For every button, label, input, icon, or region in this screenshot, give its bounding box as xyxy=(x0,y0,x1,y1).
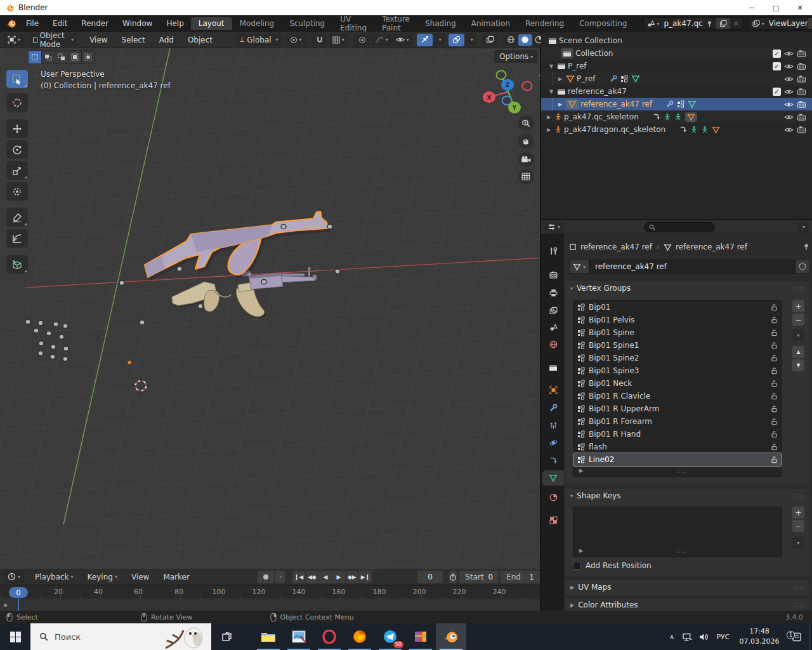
list-resize-grip[interactable]: :::: xyxy=(676,468,686,474)
shape-key-remove-button[interactable]: − xyxy=(792,520,804,532)
render-camera-icon[interactable] xyxy=(797,113,806,121)
gizmos-toggle[interactable] xyxy=(417,34,433,46)
vertex-group-add-button[interactable]: + xyxy=(792,300,804,312)
shading-solid-button[interactable] xyxy=(518,34,532,46)
taskbar-app-photos[interactable] xyxy=(284,623,314,650)
vertex-group-row[interactable]: Bip01 Pelvis xyxy=(573,314,782,326)
playhead-line[interactable] xyxy=(18,599,19,611)
hide-eye-icon[interactable] xyxy=(784,63,794,70)
object-visibility-selector[interactable]: ▾ xyxy=(392,34,413,46)
pose-icon[interactable] xyxy=(664,113,671,121)
editor-type-properties-button[interactable]: ▾ xyxy=(544,222,564,233)
workspace-tab-rendering[interactable]: Rendering xyxy=(518,17,572,30)
taskbar-app-firefox[interactable] xyxy=(344,623,375,650)
tab-render[interactable] xyxy=(542,267,564,282)
menu-window[interactable]: Window xyxy=(115,19,159,28)
render-camera-icon[interactable] xyxy=(797,126,806,133)
panel-grip[interactable]: :::: xyxy=(794,602,804,608)
vertex-group-row[interactable]: Bip01 Neck xyxy=(573,377,782,390)
tab-collection[interactable] xyxy=(542,360,564,375)
overlays-toggle[interactable] xyxy=(449,34,464,46)
timeline-menu-playback[interactable]: Playback▾ xyxy=(28,573,81,581)
tab-object-data[interactable] xyxy=(542,470,564,486)
overlays-dropdown[interactable]: ▾ xyxy=(465,34,477,46)
tool-transform[interactable] xyxy=(6,182,28,201)
outliner-row-p-ref-object[interactable]: ▶ P_ref xyxy=(541,72,812,85)
current-frame-field[interactable]: 0 xyxy=(417,571,443,583)
row-label[interactable]: p_ak47dragon.qc_skeleton xyxy=(564,125,665,134)
vertex-group-row[interactable]: Bip01 R UpperArm xyxy=(573,402,782,415)
menu-help[interactable]: Help xyxy=(159,19,190,28)
timeline-menu-view[interactable]: View xyxy=(124,573,156,581)
pivot-point-selector[interactable]: ▾ xyxy=(286,34,306,46)
select-mode-intersect[interactable] xyxy=(82,51,95,63)
workspace-tab-uv-editing[interactable]: UV Editing xyxy=(332,13,374,34)
shape-key-specials-menu[interactable]: ▾ xyxy=(792,537,804,549)
timeline-ruler[interactable]: 20 40 60 80 100 120 140 160 180 200 220 … xyxy=(0,585,540,599)
taskbar-app-opera[interactable] xyxy=(314,623,344,650)
vertex-group-specials-menu[interactable]: ▾ xyxy=(792,329,804,342)
row-label[interactable]: Scene Collection xyxy=(559,36,622,45)
scene-selector[interactable]: ▾ p_ak47.qc × xyxy=(643,17,743,30)
current-frame-indicator[interactable]: 0 xyxy=(9,587,28,598)
workspace-tab-shading[interactable]: Shading xyxy=(417,17,464,30)
workspace-tab-modeling[interactable]: Modeling xyxy=(232,17,282,30)
vertex-groups-list[interactable]: Bip01 Bip01 Pelvis Bip01 Spine Bip01 Spi… xyxy=(573,300,782,477)
vertex-group-row-active[interactable]: Line02 xyxy=(573,453,782,466)
breadcrumb-object[interactable]: reference_ak47 ref xyxy=(580,242,652,251)
pose-icon[interactable] xyxy=(690,126,698,133)
lock-icon[interactable] xyxy=(770,367,778,375)
outliner-row-scene-collection[interactable]: Scene Collection xyxy=(541,34,812,47)
panel-grip[interactable]: :::: xyxy=(794,584,804,590)
lock-icon[interactable] xyxy=(770,405,778,413)
tool-cursor[interactable] xyxy=(6,93,28,112)
tab-tool[interactable] xyxy=(542,243,564,258)
tab-texture[interactable] xyxy=(542,512,564,527)
expand-arrow[interactable]: ▶ xyxy=(570,585,574,590)
pin-id-icon[interactable] xyxy=(802,243,810,251)
shape-key-add-button[interactable]: + xyxy=(792,507,804,519)
vertex-group-row[interactable]: Bip01 Spine3 xyxy=(573,364,782,377)
editor-type-timeline-button[interactable]: ▾ xyxy=(4,571,24,583)
play-reverse-button[interactable]: ◀ xyxy=(319,571,332,583)
select-mode-set[interactable] xyxy=(29,51,41,63)
hide-eye-icon[interactable] xyxy=(784,88,794,95)
workspace-tab-animation[interactable]: Animation xyxy=(464,17,518,30)
render-camera-icon[interactable] xyxy=(797,62,806,70)
outliner-row-p-ak47dragon-skeleton[interactable]: ▶ p_ak47dragon.qc_skeleton xyxy=(541,123,812,136)
vertex-group-remove-button[interactable]: − xyxy=(792,314,804,326)
pin-icon[interactable] xyxy=(703,18,716,29)
list-expand-arrow[interactable]: ▶ xyxy=(577,548,585,554)
row-label[interactable]: p_ak47.qc_skeleton xyxy=(564,112,639,121)
viewlayer-name[interactable]: ViewLayer xyxy=(768,19,808,28)
gizmos-dropdown[interactable]: ▾ xyxy=(433,34,445,46)
vertex-group-row[interactable]: Bip01 Spine1 xyxy=(573,339,782,352)
snap-toggle[interactable] xyxy=(312,34,327,46)
outliner-row-reference-ak47-collection[interactable]: ▼ reference_ak47 ✓ xyxy=(541,85,812,98)
row-label[interactable]: P_ref xyxy=(577,74,596,83)
gizmo-axis-y-neg[interactable] xyxy=(497,70,506,79)
notification-center-button[interactable]: 1 xyxy=(784,632,809,642)
lock-icon[interactable] xyxy=(770,392,778,400)
tab-material[interactable] xyxy=(542,489,564,505)
vertex-group-row[interactable]: Bip01 Spine2 xyxy=(573,352,782,364)
mesh-data-icon[interactable] xyxy=(631,75,640,83)
editor-type-viewport-button[interactable]: ▾ xyxy=(4,34,24,46)
taskbar-search-input[interactable]: Поиск xyxy=(30,623,211,650)
tab-world[interactable] xyxy=(542,336,564,352)
add-rest-position-checkbox[interactable] xyxy=(573,562,581,570)
tray-language[interactable]: РУС xyxy=(712,633,735,641)
maximize-button[interactable]: □ xyxy=(764,0,788,15)
uv-maps-panel[interactable]: ▶ UV Maps :::: xyxy=(565,580,809,595)
previous-keyframe-button[interactable]: ◀◆ xyxy=(306,571,318,583)
vertex-group-row[interactable]: Bip01 xyxy=(573,301,782,314)
xray-toggle[interactable] xyxy=(482,34,498,46)
menu-render[interactable]: Render xyxy=(74,19,115,28)
vertex-group-row[interactable]: Bip01 Spine xyxy=(573,326,782,339)
expand-arrow[interactable]: ▶ xyxy=(545,114,553,120)
end-frame-field[interactable]: End1 xyxy=(501,571,540,583)
jump-to-start-button[interactable]: ❙◀ xyxy=(292,571,305,583)
expand-arrow[interactable]: ▼ xyxy=(547,63,555,69)
constraint-icon[interactable] xyxy=(679,126,687,133)
outliner-row-collection[interactable]: Collection ✓ xyxy=(541,47,812,60)
